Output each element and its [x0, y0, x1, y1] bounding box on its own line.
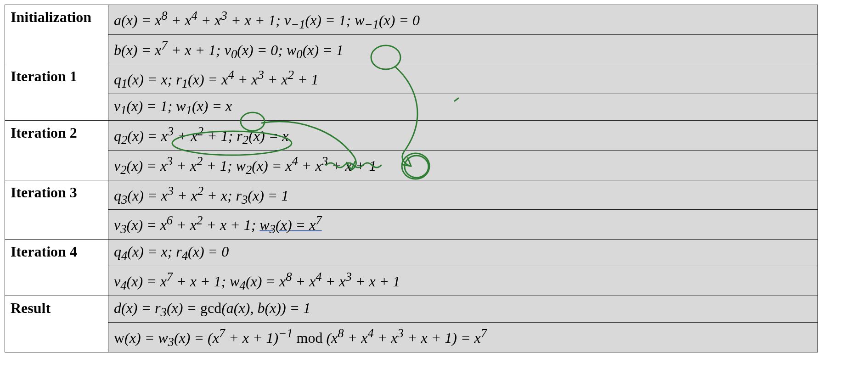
row-label: Initialization [5, 5, 108, 64]
table-row: v2(x) = x3 + x2 + 1; w2(x) = x4 + x3 + x… [5, 150, 818, 180]
equation-cell: q3(x) = x3 + x2 + x; r3(x) = 1 [108, 180, 818, 210]
equation-text: b(x) = x7 + x + 1; v0(x) = 0; w0(x) = 1 [114, 38, 812, 62]
equation-text: d(x) = r3(x) = gcd(a(x), b(x)) = 1 [114, 299, 812, 320]
equation-text: v1(x) = 1; w1(x) = x [114, 97, 812, 118]
equation-text: a(x) = x8 + x4 + x3 + x + 1; v−1(x) = 1;… [114, 8, 812, 33]
equation-text: q1(x) = x; r1(x) = x4 + x3 + x2 + 1 [114, 67, 812, 92]
row-label: Iteration 2 [5, 121, 108, 180]
table-row: b(x) = x7 + x + 1; v0(x) = 0; w0(x) = 1 [5, 34, 818, 64]
equation-text: q3(x) = x3 + x2 + x; r3(x) = 1 [114, 183, 812, 208]
equation-cell: v2(x) = x3 + x2 + 1; w2(x) = x4 + x3 + x… [108, 150, 818, 180]
equation-cell: w(x) = w3(x) = (x7 + x + 1)−1 mod (x8 + … [108, 322, 818, 352]
euclid-table: Initializationa(x) = x8 + x4 + x3 + x + … [5, 5, 818, 352]
table-row: w(x) = w3(x) = (x7 + x + 1)−1 mod (x8 + … [5, 322, 818, 352]
row-label: Iteration 4 [5, 240, 108, 296]
row-label: Iteration 3 [5, 180, 108, 239]
equation-text: q4(x) = x; r4(x) = 0 [114, 242, 812, 264]
row-label: Iteration 1 [5, 64, 108, 121]
equation-text: v3(x) = x6 + x2 + x + 1; w3(x) = x7 [114, 212, 812, 237]
equation-cell: b(x) = x7 + x + 1; v0(x) = 0; w0(x) = 1 [108, 34, 818, 64]
equation-cell: q4(x) = x; r4(x) = 0 [108, 240, 818, 266]
equation-text: v2(x) = x3 + x2 + 1; w2(x) = x4 + x3 + x… [114, 153, 812, 178]
table-row: Iteration 3q3(x) = x3 + x2 + x; r3(x) = … [5, 180, 818, 210]
row-label: Result [5, 296, 108, 352]
equation-text: q2(x) = x3 + x2 + 1; r2(x) = x [114, 123, 812, 148]
equation-cell: d(x) = r3(x) = gcd(a(x), b(x)) = 1 [108, 296, 818, 322]
table-row: v3(x) = x6 + x2 + x + 1; w3(x) = x7 [5, 210, 818, 240]
equation-text: v4(x) = x7 + x + 1; w4(x) = x8 + x4 + x3… [114, 269, 812, 294]
equation-cell: q1(x) = x; r1(x) = x4 + x3 + x2 + 1 [108, 64, 818, 94]
equation-text: w(x) = w3(x) = (x7 + x + 1)−1 mod (x8 + … [114, 325, 812, 350]
table-row: Iteration 1q1(x) = x; r1(x) = x4 + x3 + … [5, 64, 818, 94]
table-row: v1(x) = 1; w1(x) = x [5, 94, 818, 121]
equation-cell: v3(x) = x6 + x2 + x + 1; w3(x) = x7 [108, 210, 818, 240]
table-row: v4(x) = x7 + x + 1; w4(x) = x8 + x4 + x3… [5, 266, 818, 296]
equation-cell: v4(x) = x7 + x + 1; w4(x) = x8 + x4 + x3… [108, 266, 818, 296]
table-row: Iteration 4q4(x) = x; r4(x) = 0 [5, 240, 818, 266]
table-row: Resultd(x) = r3(x) = gcd(a(x), b(x)) = 1 [5, 296, 818, 322]
equation-cell: q2(x) = x3 + x2 + 1; r2(x) = x [108, 121, 818, 151]
table-row: Iteration 2q2(x) = x3 + x2 + 1; r2(x) = … [5, 121, 818, 151]
equation-cell: a(x) = x8 + x4 + x3 + x + 1; v−1(x) = 1;… [108, 5, 818, 35]
table-row: Initializationa(x) = x8 + x4 + x3 + x + … [5, 5, 818, 35]
equation-cell: v1(x) = 1; w1(x) = x [108, 94, 818, 121]
